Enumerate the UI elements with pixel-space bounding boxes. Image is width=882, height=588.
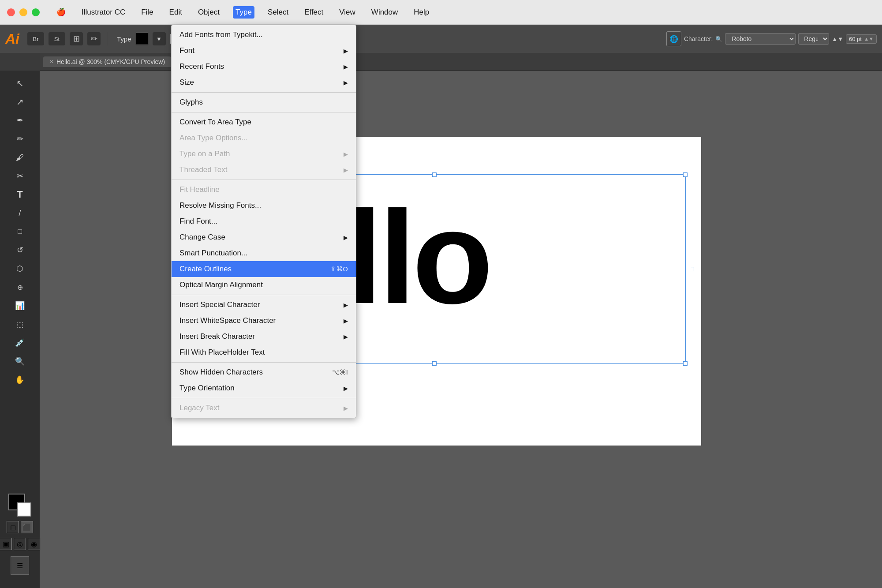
brush-tool[interactable]: 🖌 (11, 149, 28, 166)
menu-item-change-case[interactable]: Change Case▶ (172, 229, 356, 245)
toolbar-font-controls: 🌐 Character: 🔍 Roboto Regular ▲▼ 60 pt ▲… (666, 31, 877, 46)
type-dropdown-menu: Add Fonts from Typekit...Font▶Recent Fon… (171, 25, 356, 418)
menu-item-glyphs[interactable]: Glyphs (172, 94, 356, 110)
menubar: 🍎 Illustrator CC File Edit Object Type S… (0, 0, 882, 25)
menu-arrow-font: ▶ (344, 48, 348, 54)
menu-arrow-size: ▶ (344, 79, 348, 86)
toolbar-pen-icon[interactable]: ✏ (87, 32, 101, 45)
rotate-tool[interactable]: ↺ (11, 242, 28, 258)
menu-item-find-font[interactable]: Find Font... (172, 213, 356, 229)
menu-item-insert-whitespace[interactable]: Insert WhiteSpace Character▶ (172, 313, 356, 329)
artboard-tool[interactable]: ⬚ (11, 316, 28, 333)
toolbar-workspace-icon[interactable]: ⊞ (70, 32, 83, 45)
stroke-swatch[interactable] (17, 502, 31, 517)
menubar-item-select[interactable]: Select (265, 6, 291, 19)
menu-item-fit-headline: Fit Headline (172, 182, 356, 198)
screen-mode-icon[interactable]: ⬛ (21, 521, 33, 533)
view-icon-3[interactable]: ◉ (28, 538, 40, 550)
normal-mode-icon[interactable]: ◻ (7, 521, 19, 533)
toolbar-fill-icon[interactable]: ▼ (153, 32, 166, 45)
fill-stroke-swatches (8, 494, 31, 517)
menu-item-optical-margin[interactable]: Optical Margin Alignment (172, 277, 356, 293)
menu-item-smart-punctuation[interactable]: Smart Punctuation... (172, 245, 356, 261)
eyedropper-tool[interactable]: 💉 (11, 334, 28, 351)
rectangle-tool[interactable]: □ (11, 223, 28, 240)
menubar-item-type[interactable]: Type (233, 6, 254, 19)
handle-bottom-right[interactable] (683, 361, 688, 366)
close-button[interactable] (7, 8, 15, 16)
toolbar-search-icon[interactable]: 🔍 (715, 36, 722, 42)
tab-close-icon[interactable]: ✕ (49, 59, 54, 65)
menu-item-font[interactable]: Font▶ (172, 43, 356, 59)
menu-arrow-type-on-path: ▶ (344, 151, 348, 157)
zoom-tool[interactable]: 🔍 (11, 353, 28, 370)
menu-item-label-size: Size (179, 78, 340, 87)
toolbar-fill-color[interactable] (136, 33, 148, 45)
menubar-item-file[interactable]: File (138, 6, 156, 19)
toolbar-globe-icon[interactable]: 🌐 (666, 31, 681, 46)
menubar-item-view[interactable]: View (336, 6, 358, 19)
selection-tool[interactable]: ↖ (11, 75, 28, 92)
direct-selection-tool[interactable]: ↗ (11, 94, 28, 110)
hand-tool[interactable]: ✋ (11, 371, 28, 388)
line-tool[interactable]: / (11, 205, 28, 221)
menu-separator (172, 362, 356, 363)
toolbar-stock-icon[interactable]: St (49, 32, 65, 45)
graph-tool[interactable]: 📊 (11, 297, 28, 314)
scale-tool[interactable]: ⊕ (11, 279, 28, 296)
menu-item-size[interactable]: Size▶ (172, 75, 356, 90)
menu-item-insert-break[interactable]: Insert Break Character▶ (172, 329, 356, 345)
menu-separator (172, 295, 356, 295)
eraser-tool[interactable]: ✂ (11, 168, 28, 184)
menu-item-label-resolve-missing: Resolve Missing Fonts... (179, 201, 348, 210)
warp-tool[interactable]: ⬡ (11, 260, 28, 277)
view-icon-2[interactable]: ◎ (14, 538, 26, 550)
menu-separator (172, 112, 356, 112)
menubar-item-effect[interactable]: Effect (302, 6, 326, 19)
handle-top-middle[interactable] (432, 172, 437, 177)
menu-item-label-legacy-text: Legacy Text (179, 404, 340, 412)
menubar-item-object[interactable]: Object (195, 6, 222, 19)
pencil-tool[interactable]: ✏ (11, 131, 28, 147)
toolbar-bridge-icon[interactable]: Br (27, 32, 44, 45)
menu-item-label-threaded-text: Threaded Text (179, 165, 340, 174)
menu-item-label-insert-special: Insert Special Character (179, 300, 340, 309)
menu-item-label-type-orientation: Type Orientation (179, 384, 340, 393)
menu-item-create-outlines[interactable]: Create Outlines⇧⌘O (172, 261, 356, 277)
extras-icon[interactable]: ☰ (11, 556, 29, 575)
menubar-item-help[interactable]: Help (411, 6, 432, 19)
toolbar-separator-1 (107, 32, 107, 45)
menu-item-resolve-missing[interactable]: Resolve Missing Fonts... (172, 198, 356, 213)
menu-separator (172, 92, 356, 93)
menubar-apple[interactable]: 🍎 (54, 6, 68, 19)
minimize-button[interactable] (19, 8, 27, 16)
tabbar: ✕ Hello.ai @ 300% (CMYK/GPU Preview) (40, 53, 882, 71)
menu-arrow-insert-whitespace: ▶ (344, 318, 348, 324)
toolbar-font-style-select[interactable]: Regular (798, 33, 829, 45)
handle-middle-right[interactable] (690, 267, 694, 271)
type-tool[interactable]: T (11, 186, 28, 203)
menu-item-show-hidden[interactable]: Show Hidden Characters⌥⌘I (172, 364, 356, 380)
toolbar-type-label: Type (117, 35, 131, 43)
toolbar-font-size-input[interactable]: 60 pt ▲▼ (846, 34, 877, 44)
menu-item-label-recent-fonts: Recent Fonts (179, 62, 340, 71)
menubar-item-window[interactable]: Window (369, 6, 400, 19)
menubar-item-edit[interactable]: Edit (167, 6, 185, 19)
menu-item-convert-area-type[interactable]: Convert To Area Type (172, 114, 356, 130)
menu-item-add-fonts[interactable]: Add Fonts from Typekit... (172, 27, 356, 43)
toolbar-font-size-control: ▲▼ (832, 36, 843, 42)
menu-arrow-type-orientation: ▶ (344, 385, 348, 392)
menu-item-label-insert-break: Insert Break Character (179, 332, 340, 341)
menu-item-recent-fonts[interactable]: Recent Fonts▶ (172, 59, 356, 75)
handle-top-right[interactable] (683, 172, 688, 177)
handle-bottom-middle[interactable] (432, 361, 437, 366)
menu-item-insert-special[interactable]: Insert Special Character▶ (172, 297, 356, 313)
menu-item-type-orientation[interactable]: Type Orientation▶ (172, 380, 356, 396)
toolbar-font-select[interactable]: Roboto (725, 33, 796, 45)
menubar-item-illustrator[interactable]: Illustrator CC (79, 6, 128, 19)
view-icon-1[interactable]: ▣ (0, 538, 12, 550)
fullscreen-button[interactable] (32, 8, 40, 16)
document-tab[interactable]: ✕ Hello.ai @ 300% (CMYK/GPU Preview) (43, 56, 171, 67)
pen-tool[interactable]: ✒ (11, 112, 28, 129)
menu-item-fill-placeholder[interactable]: Fill With PlaceHolder Text (172, 345, 356, 360)
